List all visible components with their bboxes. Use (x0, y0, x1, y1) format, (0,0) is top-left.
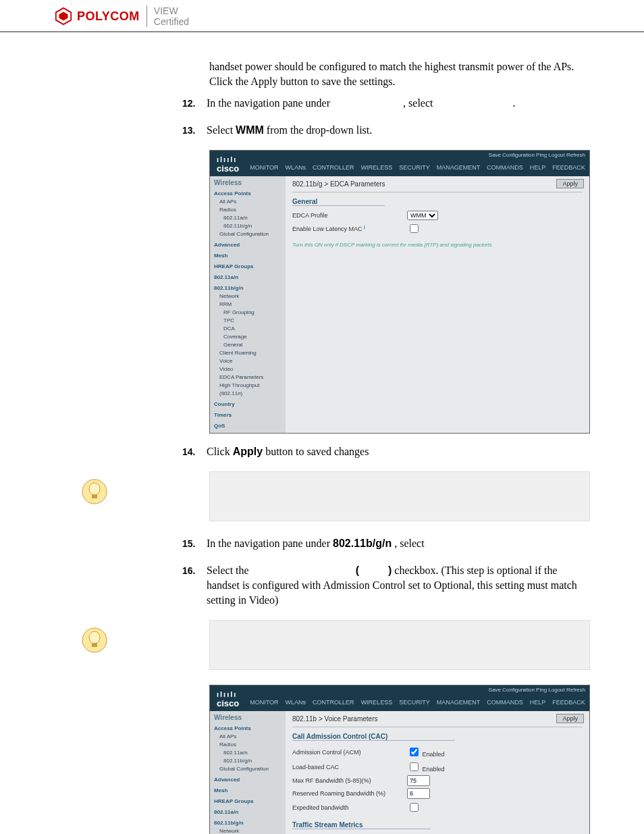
nav-item[interactable]: 802.11b/g/n (214, 757, 281, 765)
nav-item[interactable]: Voice (214, 357, 281, 365)
nav-item[interactable]: General (214, 341, 281, 349)
nav-item[interactable]: Advanced (214, 776, 281, 784)
nav-item[interactable]: Radios (214, 206, 281, 214)
nav-item[interactable]: 802.11a/n (214, 749, 281, 757)
nav-item[interactable]: RF Grouping (214, 309, 281, 317)
nav-item[interactable]: Mesh (214, 787, 281, 795)
menu-wireless[interactable]: WIRELESS (361, 164, 393, 174)
step-body: Select the ( ) checkbox. (This step is o… (207, 563, 587, 608)
menu-help[interactable]: HELP (530, 699, 546, 708)
nav-item[interactable]: Radios (214, 741, 281, 749)
menu-controller[interactable]: CONTROLLER (313, 164, 354, 174)
nav-item[interactable]: 802.11b/g/n (214, 819, 281, 827)
label: Reserved Roaming Bandwidth (%) (292, 790, 407, 797)
row-low-latency: Enable Low Latency MAC ⁱ (292, 222, 583, 235)
ss-topbar: ılıılı cisco MONITOR WLANs CONTROLLER WI… (210, 685, 589, 711)
nav-item[interactable]: 802.11b/g/n (214, 284, 281, 292)
nav-item[interactable]: Network (214, 827, 281, 834)
nav-item[interactable]: All APs (214, 198, 281, 206)
nav-item[interactable]: Global Configuration (214, 230, 281, 238)
menu-feedback[interactable]: FEEDBACK (552, 699, 585, 708)
section-title: Traffic Stream Metrics (292, 821, 431, 829)
nav-item[interactable]: QoS (214, 422, 281, 430)
ss-body: Wireless Access Points All APs Radios 80… (210, 711, 589, 834)
reserved-input[interactable] (407, 788, 430, 799)
nav-item[interactable]: Mesh (214, 252, 281, 260)
cisco-text: cisco (217, 698, 239, 708)
menu-commands[interactable]: COMMANDS (487, 699, 523, 708)
ss-main: 802.11b/g > EDCA Parameters Apply Genera… (286, 176, 589, 433)
text: In the navigation pane under (207, 538, 333, 549)
paren: ) (388, 565, 392, 576)
low-latency-checkbox[interactable] (410, 224, 419, 233)
label: Enable Low Latency MAC ⁱ (292, 226, 407, 232)
nav-item[interactable]: 802.11a/n (214, 808, 281, 816)
nav-item[interactable]: Client Roaming (214, 349, 281, 357)
nav-item[interactable]: 802.11a/n (214, 273, 281, 282)
menu-security[interactable]: SECURITY (399, 164, 430, 174)
nav-item[interactable]: Access Points (214, 190, 281, 198)
breadcrumb: 802.11b/g > EDCA Parameters (292, 180, 583, 192)
toplinks[interactable]: Save Configuration Ping Logout Refresh (489, 152, 585, 158)
page-header: POLYCOM VIEW Certified (0, 0, 644, 32)
nav-item[interactable]: Video (214, 365, 281, 373)
nav-item[interactable]: Advanced (214, 241, 281, 249)
nav-item[interactable]: All APs (214, 733, 281, 741)
menu-management[interactable]: MANAGEMENT (437, 699, 481, 708)
ss-body: Wireless Access Points All APs Radios 80… (210, 176, 589, 433)
nav-item[interactable]: Timers (214, 411, 281, 419)
label: EDCA Profile (292, 212, 407, 219)
nav-item[interactable]: Access Points (214, 725, 281, 733)
nav-item[interactable]: 802.11b/g/n (214, 222, 281, 230)
menu-wlans[interactable]: WLANs (286, 699, 306, 708)
row-expedited: Expedited bandwidth (292, 801, 583, 814)
info-icon[interactable]: ⁱ (364, 226, 365, 232)
row-load-cac: Load-based CAC Enabled (292, 760, 583, 773)
text: Select (207, 124, 236, 136)
ss-nav[interactable]: Wireless Access Points All APs Radios 80… (210, 711, 286, 834)
edca-profile-select[interactable]: WMM (407, 211, 438, 220)
nav-item[interactable]: EDCA Parameters (214, 373, 281, 382)
nav-item[interactable]: HREAP Groups (214, 798, 281, 806)
maxrf-input[interactable] (407, 775, 430, 786)
load-cac-checkbox[interactable] (410, 762, 419, 771)
menu-controller[interactable]: CONTROLLER (313, 699, 354, 708)
section-title: General (292, 198, 385, 206)
menu-monitor[interactable]: MONITOR (250, 699, 278, 708)
ss-nav[interactable]: Wireless Access Points All APs Radios 80… (210, 176, 286, 433)
menu-commands[interactable]: COMMANDS (487, 164, 523, 174)
nav-item[interactable]: HREAP Groups (214, 263, 281, 271)
menu-feedback[interactable]: FEEDBACK (552, 164, 585, 174)
ss-topmenu[interactable]: MONITOR WLANs CONTROLLER WIRELESS SECURI… (246, 696, 589, 711)
cisco-text: cisco (217, 163, 239, 174)
select-wmm[interactable]: WMM (407, 211, 438, 220)
nav-item[interactable]: DCA (214, 325, 281, 333)
cert-text: VIEW Certified (154, 5, 189, 27)
svg-point-6 (89, 631, 100, 644)
toplinks[interactable]: Save Configuration Ping Logout Refresh (489, 687, 585, 693)
cert-line1: VIEW (154, 5, 189, 16)
menu-help[interactable]: HELP (530, 164, 546, 174)
nav-item[interactable]: Coverage (214, 333, 281, 341)
note-lightbulb-icon (81, 627, 108, 654)
nav-item[interactable]: High Throughput (802.11n) (214, 382, 281, 398)
nav-item[interactable]: TPC (214, 317, 281, 325)
nav-item[interactable]: Global Configuration (214, 765, 281, 773)
menu-wireless[interactable]: WIRELESS (361, 699, 393, 708)
menu-security[interactable]: SECURITY (399, 699, 430, 708)
apply-button[interactable]: Apply (556, 179, 584, 188)
menu-management[interactable]: MANAGEMENT (437, 164, 481, 174)
nav-item[interactable]: RRM (214, 301, 281, 309)
text: from the drop-down list. (267, 124, 372, 136)
menu-wlans[interactable]: WLANs (286, 164, 306, 174)
ss-topmenu[interactable]: MONITOR WLANs CONTROLLER WIRELESS SECURI… (246, 161, 589, 176)
acm-checkbox[interactable] (410, 748, 419, 756)
screenshot-edca: ılıılı cisco MONITOR WLANs CONTROLLER WI… (209, 150, 590, 434)
menu-monitor[interactable]: MONITOR (250, 164, 278, 174)
nav-item[interactable]: Network (214, 292, 281, 301)
step-16: 16. Select the ( ) checkbox. (This step … (182, 563, 590, 608)
nav-item[interactable]: Country (214, 400, 281, 409)
nav-item[interactable]: 802.11a/n (214, 214, 281, 222)
expedited-checkbox[interactable] (410, 803, 419, 812)
apply-button[interactable]: Apply (556, 714, 584, 723)
